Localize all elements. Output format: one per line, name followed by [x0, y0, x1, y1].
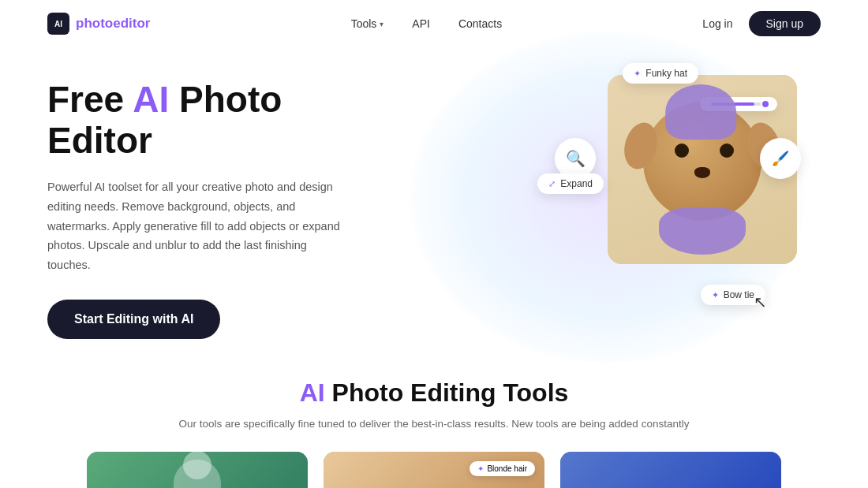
signup-button[interactable]: Sign up	[749, 11, 821, 36]
sparkle-icon: ✦	[634, 69, 641, 79]
sparkle-icon-2: ✦	[712, 290, 719, 300]
tools-title-suffix: Photo Editing Tools	[325, 378, 569, 407]
nav-contacts-label: Contacts	[458, 17, 502, 30]
brush-icon: 🖌️	[772, 150, 789, 167]
bottom-decoration	[659, 207, 746, 255]
bow-tie-label: Bow tie	[724, 289, 754, 300]
login-button[interactable]: Log in	[702, 17, 732, 30]
nav-tools[interactable]: Tools ▾	[351, 17, 384, 30]
expand-label: Expand	[560, 178, 593, 189]
logo-icon: AI	[47, 13, 69, 35]
hero-title-ai: AI	[133, 79, 169, 120]
chevron-down-icon: ▾	[380, 20, 383, 28]
tools-section-description: Our tools are specifically fine tuned to…	[47, 415, 821, 433]
nav-contacts[interactable]: Contacts	[458, 17, 502, 30]
nav-api-label: API	[412, 17, 430, 30]
hero-title-prefix: Free	[47, 79, 133, 120]
hat-decoration	[665, 84, 736, 140]
expand-icon: ⤢	[548, 179, 556, 189]
hero-title: Free AI PhotoEditor	[47, 79, 395, 162]
nav-api[interactable]: API	[412, 17, 430, 30]
funky-hat-label: Funky hat	[645, 68, 687, 79]
tool-card-3[interactable]	[560, 452, 781, 488]
funky-hat-chip: ✦ Funky hat	[623, 63, 698, 84]
tools-row: ✦ Blonde hair	[47, 452, 821, 488]
tools-section: AI Photo Editing Tools Our tools are spe…	[0, 355, 868, 488]
sparkle-icon-3: ✦	[477, 464, 484, 473]
edit-circle[interactable]: 🖌️	[760, 138, 801, 179]
blonde-hair-label: Blonde hair	[487, 464, 527, 473]
tool-card-1[interactable]	[87, 452, 308, 488]
nav-tools-label: Tools	[351, 17, 377, 30]
navigation: AI photoeditor Tools ▾ API Contacts Log …	[0, 0, 868, 47]
slider-thumb	[761, 99, 770, 109]
tool-card-3-bg	[560, 452, 781, 488]
hero-description: Powerful AI toolset for all your creativ…	[47, 177, 347, 274]
tool-card-2[interactable]: ✦ Blonde hair	[324, 452, 544, 488]
nav-links: Tools ▾ API Contacts	[351, 17, 503, 30]
start-editing-button[interactable]: Start Editing with AI	[47, 300, 220, 339]
person-head	[183, 452, 211, 479]
tools-title-ai: AI	[300, 378, 325, 407]
expand-chip: ⤢ Expand	[537, 173, 604, 194]
search-icon: 🔍	[566, 149, 586, 168]
cursor-icon: ↖	[754, 292, 767, 311]
logo[interactable]: AI photoeditor	[47, 13, 150, 35]
logo-text: photoeditor	[76, 16, 150, 32]
tools-section-title: AI Photo Editing Tools	[47, 378, 821, 408]
hero-illustration: ✦ Funky hat 🔍 🖌️ ⤢ Expand ✦ Bow tie	[395, 59, 821, 359]
nav-auth: Log in Sign up	[702, 11, 821, 36]
blonde-hair-chip: ✦ Blonde hair	[470, 461, 535, 476]
hero-left: Free AI PhotoEditor Powerful AI toolset …	[47, 79, 395, 340]
hero-section: Free AI PhotoEditor Powerful AI toolset …	[0, 47, 868, 355]
